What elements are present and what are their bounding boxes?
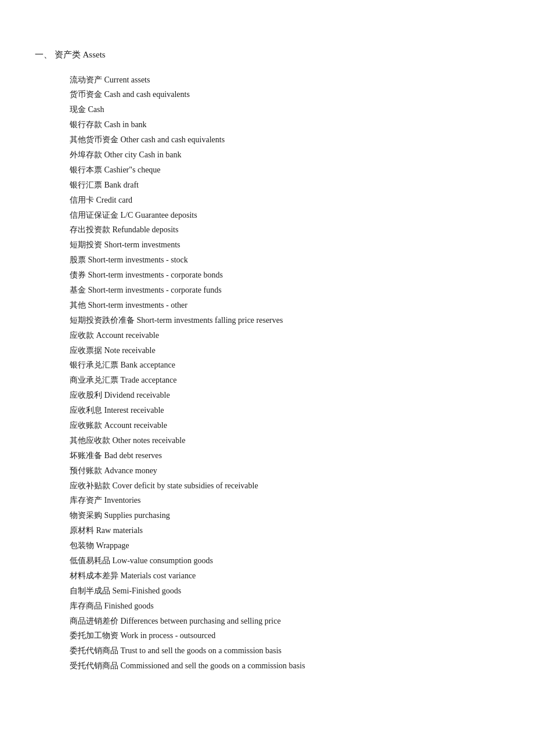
list-item: 原材料 Raw materials <box>70 523 499 538</box>
list-item: 现金 Cash <box>70 102 499 117</box>
list-item: 银行本票 Cashier"s cheque <box>70 163 499 178</box>
list-item: 基金 Short-term investments - corporate fu… <box>70 283 499 298</box>
list-item: 商品进销差价 Differences between purchasing an… <box>70 614 499 629</box>
list-item: 货币资金 Cash and cash equivalents <box>70 87 499 102</box>
list-item: 委托加工物资 Work in process - outsourced <box>70 628 499 643</box>
list-item: 应收利息 Interest receivable <box>70 403 499 418</box>
list-item: 其他 Short-term investments - other <box>70 298 499 313</box>
list-item: 预付账款 Advance money <box>70 463 499 478</box>
list-item: 其他货币资金 Other cash and cash equivalents <box>70 132 499 147</box>
list-item: 应收股利 Dividend receivable <box>70 388 499 403</box>
list-item: 包装物 Wrappage <box>70 538 499 553</box>
list-item: 流动资产 Current assets <box>70 73 499 88</box>
list-item: 受托代销商品 Commissioned and sell the goods o… <box>70 658 499 674</box>
list-item: 低值易耗品 Low-value consumption goods <box>70 553 499 568</box>
list-item: 银行承兑汇票 Bank acceptance <box>70 358 499 373</box>
item-list: 流动资产 Current assets货币资金 Cash and cash eq… <box>70 73 499 674</box>
list-item: 应收补贴款 Cover deficit by state subsidies o… <box>70 478 499 494</box>
list-item: 股票 Short-term investments - stock <box>70 253 499 268</box>
list-item: 应收款 Account receivable <box>70 328 499 343</box>
list-item: 其他应收款 Other notes receivable <box>70 433 499 448</box>
list-item: 银行汇票 Bank draft <box>70 178 499 193</box>
list-item: 应收票据 Note receivable <box>70 343 499 358</box>
list-item: 库存资产 Inventories <box>70 493 499 508</box>
list-item: 物资采购 Supplies purchasing <box>70 508 499 523</box>
list-item: 坏账准备 Bad debt reserves <box>70 448 499 463</box>
list-item: 短期投资跌价准备 Short-term investments falling … <box>70 313 499 328</box>
list-item: 库存商品 Finished goods <box>70 599 499 614</box>
list-item: 债券 Short-term investments - corporate bo… <box>70 268 499 283</box>
list-item: 自制半成品 Semi-Finished goods <box>70 584 499 599</box>
list-item: 委托代销商品 Trust to and sell the goods on a … <box>70 643 499 658</box>
page-content: 一、 资产类 Assets 流动资产 Current assets货币资金 Ca… <box>35 46 499 674</box>
list-item: 外埠存款 Other city Cash in bank <box>70 147 499 163</box>
section-title: 一、 资产类 Assets <box>35 46 499 63</box>
list-item: 短期投资 Short-term investments <box>70 237 499 253</box>
list-item: 信用证保证金 L/C Guarantee deposits <box>70 208 499 223</box>
list-item: 商业承兑汇票 Trade acceptance <box>70 373 499 388</box>
list-item: 银行存款 Cash in bank <box>70 117 499 132</box>
list-item: 存出投资款 Refundable deposits <box>70 222 499 237</box>
list-item: 应收账款 Account receivable <box>70 418 499 433</box>
list-item: 信用卡 Credit card <box>70 193 499 208</box>
list-item: 材料成本差异 Materials cost variance <box>70 568 499 584</box>
